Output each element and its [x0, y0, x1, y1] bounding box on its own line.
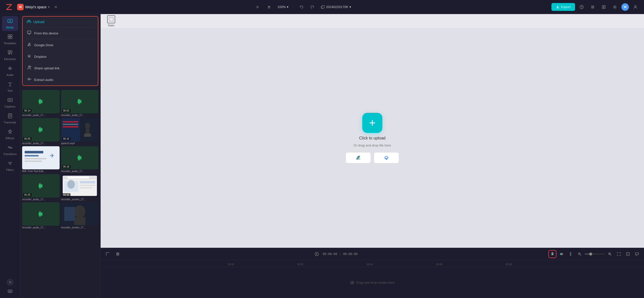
sidebar-label-text: Text	[7, 89, 12, 92]
comment-button[interactable]	[633, 250, 641, 258]
svg-rect-18	[8, 290, 12, 292]
delete-button[interactable]	[114, 250, 122, 258]
media-thumbnail[interactable]: 00:36	[61, 174, 99, 197]
svg-rect-38	[67, 177, 89, 178]
svg-rect-10	[8, 35, 10, 36]
template-thumb-bg	[22, 146, 60, 170]
svg-point-24	[85, 123, 90, 129]
media-thumbnail[interactable]: 00:14	[22, 90, 60, 113]
google-drive-upload-button[interactable]	[346, 152, 371, 163]
extract-audio-button[interactable]: Extract audio	[23, 74, 98, 85]
help-button[interactable]	[577, 3, 586, 12]
sidebar: Media Templates	[0, 14, 20, 298]
svg-rect-48	[109, 17, 113, 21]
svg-rect-33	[25, 158, 47, 159]
svg-point-51	[552, 254, 553, 255]
media-thumbnail[interactable]: 00:35	[22, 174, 60, 197]
export-button[interactable]: Export	[551, 3, 575, 11]
user-avatar[interactable]: W	[621, 3, 629, 11]
upload-cloud-buttons	[346, 152, 399, 163]
media-thumbnail[interactable]: 00:03	[61, 90, 99, 113]
menu-icon[interactable]: ≡	[55, 5, 57, 9]
canvas-area: Ratio Click to upload Or drag and drop f…	[101, 14, 644, 248]
timeline-play-button[interactable]	[313, 250, 321, 258]
ruler-mark-0: 00:00	[196, 263, 266, 266]
list-view-button[interactable]	[588, 3, 597, 12]
media-label: recorder_audio_17...	[22, 142, 60, 145]
record-button[interactable]	[548, 250, 556, 258]
ruler-mark-3: 00:06	[405, 263, 474, 266]
play-button[interactable]	[253, 3, 262, 12]
split-button[interactable]	[567, 250, 575, 258]
sidebar-item-effects[interactable]: Effects	[2, 127, 18, 142]
sidebar-item-captions[interactable]: Captions	[2, 95, 18, 110]
redo-button[interactable]	[308, 3, 317, 12]
upload-plus-button[interactable]	[362, 113, 382, 133]
google-drive-button[interactable]: Google Drive	[23, 39, 98, 51]
sidebar-label-transcript: Transcript	[4, 121, 16, 124]
sidebar-item-transitions[interactable]: Transitions	[2, 143, 18, 158]
media-thumbnail[interactable]: 00:15	[61, 118, 99, 141]
media-thumbnail[interactable]: 00:18	[61, 146, 99, 170]
media-thumbnail[interactable]: 00:05	[22, 118, 60, 141]
zoom-level-button[interactable]: 100% ▾	[275, 4, 291, 10]
sidebar-label-elements: Elements	[4, 58, 16, 61]
sidebar-item-audio[interactable]: Audio	[2, 64, 18, 78]
hand-tool-button[interactable]	[264, 3, 273, 12]
sidebar-item-elements[interactable]: Elements	[2, 48, 18, 63]
sidebar-item-keyboard[interactable]	[2, 288, 18, 296]
svg-rect-4	[591, 8, 594, 8]
upload-header-button[interactable]: Upload	[23, 17, 98, 27]
trim-tool-button[interactable]	[104, 250, 112, 258]
svg-rect-16	[8, 98, 12, 102]
svg-rect-26	[84, 134, 91, 137]
ratio-button[interactable]: Ratio	[105, 14, 118, 28]
sidebar-item-filters[interactable]: Filters	[2, 159, 18, 173]
media-thumbnail[interactable]	[22, 202, 60, 226]
settings-button[interactable]	[610, 3, 619, 12]
project-name-button[interactable]: 202402201709 ▾	[319, 4, 353, 10]
sidebar-collapse-button[interactable]: ▾	[7, 279, 14, 286]
media-thumbnail[interactable]	[22, 146, 60, 170]
sidebar-item-media[interactable]: Media	[2, 16, 18, 31]
svg-rect-41	[80, 185, 95, 186]
sidebar-label-effects: Effects	[6, 137, 14, 140]
timeline-tracks[interactable]: Drag and drop media here	[101, 267, 644, 298]
expand-timeline-button[interactable]	[624, 250, 632, 258]
from-device-button[interactable]: From this device	[23, 27, 98, 39]
sidebar-label-transitions: Transitions	[3, 153, 17, 156]
fit-timeline-button[interactable]	[615, 250, 623, 258]
media-label: recorder_audio_17...	[22, 114, 60, 117]
dropbox-button[interactable]: Dropbox	[23, 51, 98, 62]
profile-button[interactable]	[631, 3, 640, 12]
color-grade-button[interactable]	[557, 250, 566, 258]
sidebar-item-transcript[interactable]: Transcript	[2, 111, 18, 126]
timeline-area: 00:00:00 | 00:00:00	[101, 248, 644, 298]
zoom-slider[interactable]	[585, 254, 605, 255]
workspace: Ratio Click to upload Or drag and drop f…	[101, 14, 644, 298]
zoom-in-timeline-button[interactable]	[606, 250, 614, 258]
share-link-button[interactable]: Share upload link	[23, 62, 98, 74]
undo-button[interactable]	[297, 3, 306, 12]
extract-audio-label: Extract audio	[34, 78, 53, 82]
zoom-out-timeline-button[interactable]	[576, 250, 584, 258]
ruler-mark-4: 00:08	[474, 263, 543, 266]
svg-rect-3	[591, 7, 594, 7]
media-label: recorder_audio_17...	[61, 170, 99, 173]
svg-rect-2	[591, 6, 594, 6]
app-logo	[4, 2, 14, 12]
upload-label: Upload	[33, 20, 44, 24]
effects-icon	[7, 129, 13, 136]
sidebar-item-text[interactable]: Text	[2, 79, 18, 94]
media-thumbnail[interactable]	[61, 202, 99, 226]
brand-selector[interactable]: W Weiyi's space ▾	[17, 4, 50, 10]
panels-button[interactable]	[599, 3, 608, 12]
media-duration: 00:03	[62, 109, 70, 112]
dropbox-icon	[27, 54, 32, 59]
svg-rect-46	[74, 217, 85, 225]
dropbox-upload-button[interactable]	[374, 152, 399, 163]
list-item: 00:35 recorder_audio_17...	[22, 174, 60, 201]
sidebar-item-templates[interactable]: Templates	[2, 32, 18, 47]
timeline-content: 00:00 00:02 00:04 00:06 00:08	[101, 260, 644, 298]
list-item: 00:15 speech.mp4	[61, 118, 99, 145]
